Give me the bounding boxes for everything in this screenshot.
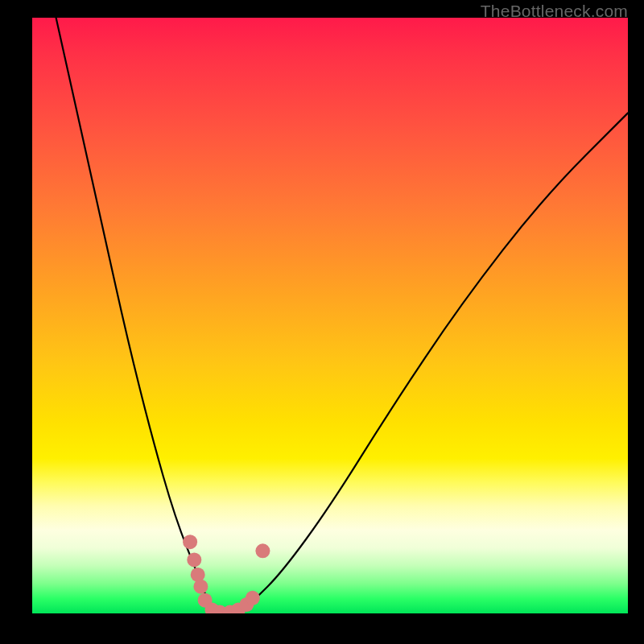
chart-stage: TheBottleneck.com bbox=[0, 0, 644, 644]
curve-marker bbox=[187, 552, 201, 567]
curve-marker bbox=[183, 535, 197, 549]
bottleneck-curve-svg bbox=[32, 18, 628, 613]
curve-marker bbox=[193, 580, 208, 594]
bottleneck-curve bbox=[56, 18, 628, 613]
curve-marker bbox=[255, 543, 270, 558]
curve-marker bbox=[246, 591, 260, 605]
plot-area bbox=[32, 18, 628, 613]
